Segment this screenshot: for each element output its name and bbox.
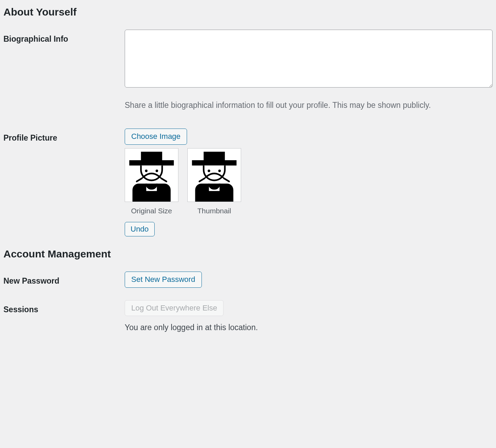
- avatar-icon: [125, 149, 178, 202]
- biographical-info-textarea[interactable]: [125, 30, 493, 88]
- account-management-heading: Account Management: [3, 248, 493, 260]
- profile-picture-original-preview: [125, 148, 178, 202]
- biographical-info-row: Biographical Info Share a little biograp…: [3, 30, 493, 110]
- profile-picture-label: Profile Picture: [3, 129, 125, 143]
- sessions-help: You are only logged in at this location.: [125, 323, 493, 332]
- new-password-label: New Password: [3, 272, 125, 286]
- original-size-caption: Original Size: [125, 207, 178, 215]
- set-new-password-button[interactable]: Set New Password: [125, 272, 202, 288]
- thumbnail-caption: Thumbnail: [187, 207, 241, 215]
- sessions-row: Sessions Log Out Everywhere Else You are…: [3, 300, 493, 333]
- new-password-row: New Password Set New Password: [3, 272, 493, 288]
- profile-picture-thumbnail-preview: [187, 148, 241, 202]
- biographical-info-help: Share a little biographical information …: [125, 101, 493, 110]
- about-yourself-heading: About Yourself: [3, 6, 493, 18]
- sessions-label: Sessions: [3, 300, 125, 314]
- undo-button[interactable]: Undo: [125, 222, 155, 237]
- biographical-info-label: Biographical Info: [3, 30, 125, 44]
- log-out-everywhere-button[interactable]: Log Out Everywhere Else: [125, 300, 224, 316]
- profile-picture-row: Profile Picture Choose Image Original Si…: [3, 129, 493, 236]
- choose-image-button[interactable]: Choose Image: [125, 129, 187, 145]
- avatar-icon: [188, 149, 241, 202]
